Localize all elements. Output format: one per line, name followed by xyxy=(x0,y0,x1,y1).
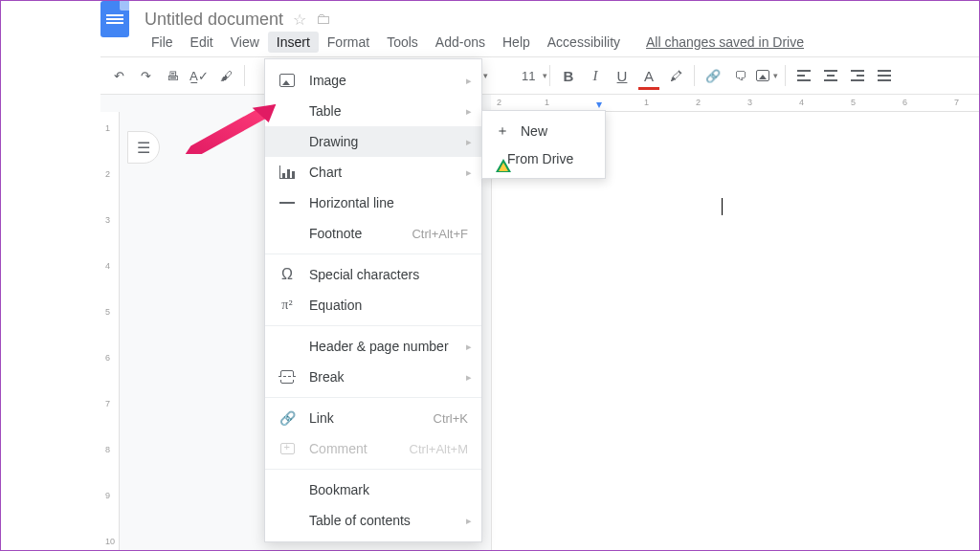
print-button[interactable]: 🖶 xyxy=(160,63,185,88)
menu-bar: File Edit View Insert Format Tools Add-o… xyxy=(100,32,979,56)
menu-view[interactable]: View xyxy=(222,32,268,53)
drawing-new[interactable]: ＋ New xyxy=(482,117,605,145)
document-title[interactable]: Untitled document xyxy=(145,10,283,30)
menu-format[interactable]: Format xyxy=(319,32,378,53)
docs-app-icon[interactable] xyxy=(100,1,129,37)
menu-insert[interactable]: Insert xyxy=(268,32,319,53)
plus-icon: ＋ xyxy=(496,122,509,140)
comment-shortcut: Ctrl+Alt+M xyxy=(410,442,468,456)
bold-button[interactable]: B xyxy=(556,63,581,88)
insert-special-characters[interactable]: Ω Special characters xyxy=(265,259,481,290)
outline-toggle-button[interactable]: ☰ xyxy=(127,131,160,164)
undo-button[interactable]: ↶ xyxy=(106,63,131,88)
menu-file[interactable]: File xyxy=(143,32,182,53)
redo-button[interactable]: ↷ xyxy=(133,63,158,88)
link-icon: 🔗 xyxy=(278,410,296,426)
align-left-button[interactable] xyxy=(791,63,816,88)
font-size-select[interactable]: 11 xyxy=(515,66,544,86)
image-icon xyxy=(278,74,296,87)
menu-help[interactable]: Help xyxy=(494,32,539,53)
insert-chart[interactable]: Chart xyxy=(265,157,481,187)
save-status[interactable]: All changes saved in Drive xyxy=(646,34,804,50)
insert-dropdown: Image Table Drawing Chart Horizontal lin… xyxy=(264,58,482,542)
comment-icon xyxy=(278,443,296,454)
footnote-shortcut: Ctrl+Alt+F xyxy=(412,227,468,241)
drawing-from-drive[interactable]: From Drive xyxy=(482,145,605,172)
menu-edit[interactable]: Edit xyxy=(182,32,222,53)
pi-icon: π² xyxy=(278,298,296,313)
move-folder-icon[interactable]: 🗀 xyxy=(316,11,331,28)
text-cursor xyxy=(722,198,723,215)
insert-image[interactable]: Image xyxy=(265,65,481,96)
menu-addons[interactable]: Add-ons xyxy=(427,32,494,53)
align-justify-button[interactable] xyxy=(872,63,897,88)
paint-format-button[interactable]: 🖌 xyxy=(213,63,238,88)
align-center-button[interactable] xyxy=(818,63,843,88)
insert-toc[interactable]: Table of contents xyxy=(265,505,481,536)
insert-equation[interactable]: π² Equation xyxy=(265,290,481,320)
insert-link-button[interactable]: 🔗 xyxy=(701,63,725,88)
insert-comment: Comment Ctrl+Alt+M xyxy=(265,433,481,464)
spellcheck-button[interactable]: A̲✓ xyxy=(187,63,212,88)
chart-icon xyxy=(278,165,296,179)
toolbar: ↶ ↷ 🖶 A̲✓ 🖌 11 B I U A 🖍 🔗 🗨 xyxy=(100,56,979,95)
link-shortcut: Ctrl+K xyxy=(434,411,468,426)
star-icon[interactable]: ☆ xyxy=(293,11,306,29)
insert-image-button[interactable] xyxy=(754,63,779,88)
insert-table[interactable]: Table xyxy=(265,96,481,126)
horizontal-line-icon xyxy=(278,202,296,204)
align-right-button[interactable] xyxy=(845,63,870,88)
insert-horizontal-line[interactable]: Horizontal line xyxy=(265,187,481,218)
drawing-submenu: ＋ New From Drive xyxy=(481,110,606,179)
underline-button[interactable]: U xyxy=(610,63,635,88)
insert-drawing[interactable]: Drawing xyxy=(265,126,481,157)
highlight-button[interactable]: 🖍 xyxy=(663,63,688,88)
menu-accessibility[interactable]: Accessibility xyxy=(539,32,629,53)
omega-icon: Ω xyxy=(278,266,296,283)
insert-link[interactable]: 🔗 Link Ctrl+K xyxy=(265,403,481,433)
text-color-button[interactable]: A xyxy=(636,63,661,88)
insert-break[interactable]: Break xyxy=(265,362,481,392)
break-icon xyxy=(278,370,296,384)
insert-bookmark[interactable]: Bookmark xyxy=(265,474,481,505)
insert-footnote[interactable]: Footnote Ctrl+Alt+F xyxy=(265,218,481,249)
insert-comment-button[interactable]: 🗨 xyxy=(727,63,752,88)
menu-tools[interactable]: Tools xyxy=(378,32,427,53)
italic-button[interactable]: I xyxy=(583,63,608,88)
insert-header-page-number[interactable]: Header & page number xyxy=(265,331,481,362)
vertical-ruler[interactable]: 1 2 3 4 5 6 7 8 9 10 xyxy=(100,112,120,550)
